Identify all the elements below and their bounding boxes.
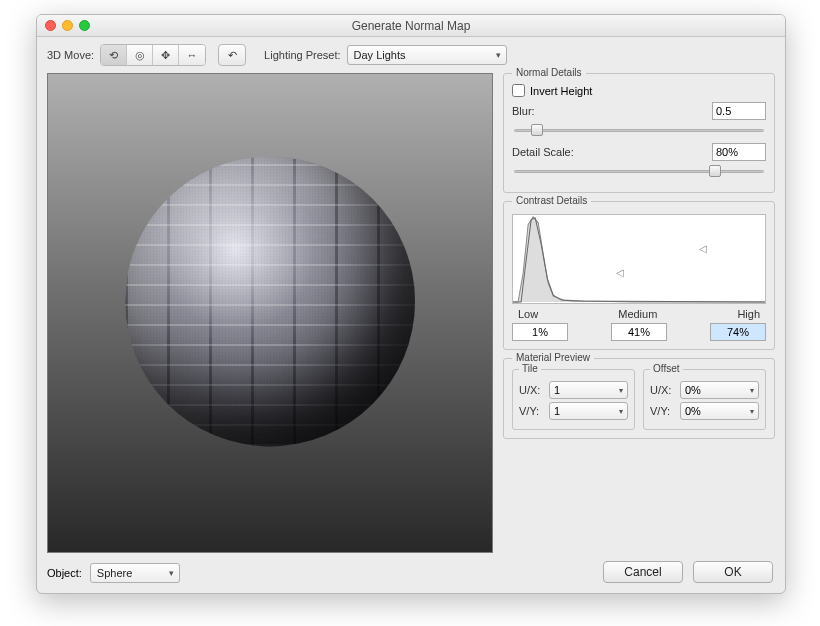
offset-vy-label: V/Y: <box>650 405 676 417</box>
blur-input[interactable] <box>712 102 766 120</box>
tile-subgroup: Tile U/X: 1 V/Y: 1 <box>512 369 635 430</box>
offset-ux-label: U/X: <box>650 384 676 396</box>
lighting-preset-value: Day Lights <box>354 49 406 61</box>
lighting-preset-select[interactable]: Day Lights <box>347 45 507 65</box>
tile-ux-label: U/X: <box>519 384 545 396</box>
offset-subgroup: Offset U/X: 0% V/Y: 0% <box>643 369 766 430</box>
window-title: Generate Normal Map <box>37 19 785 33</box>
object-value: Sphere <box>97 567 132 579</box>
slider-track <box>514 129 764 132</box>
reset-button[interactable]: ↶ <box>218 44 246 66</box>
contrast-high-input[interactable] <box>710 323 766 341</box>
tile-vy-value: 1 <box>554 405 560 417</box>
object-label: Object: <box>47 567 82 579</box>
dialog-footer: Cancel OK <box>603 561 773 583</box>
contrast-low-input[interactable] <box>512 323 568 341</box>
tool-roll-button[interactable]: ◎ <box>127 45 153 65</box>
invert-height-label: Invert Height <box>530 85 592 97</box>
normal-details-group: Normal Details Invert Height Blur: Detai… <box>503 73 775 193</box>
marker-medium-icon[interactable]: ◁ <box>616 267 624 278</box>
roll-icon: ◎ <box>135 49 145 62</box>
detail-scale-slider[interactable] <box>512 164 766 178</box>
histogram[interactable]: ◁ ◁ <box>512 214 766 304</box>
object-row: Object: Sphere <box>47 563 493 583</box>
slide-icon: ↔ <box>187 49 198 61</box>
slider-track <box>514 170 764 173</box>
slider-thumb[interactable] <box>709 165 721 177</box>
high-label: High <box>737 308 760 320</box>
blur-slider[interactable] <box>512 123 766 137</box>
marker-high-icon[interactable]: ◁ <box>699 243 707 254</box>
normal-details-title: Normal Details <box>512 67 586 78</box>
offset-ux-select[interactable]: 0% <box>680 381 759 399</box>
detail-scale-label: Detail Scale: <box>512 146 574 158</box>
pan-icon: ✥ <box>161 49 170 62</box>
left-pane: Object: Sphere <box>47 73 493 583</box>
object-select[interactable]: Sphere <box>90 563 180 583</box>
tool-slide-button[interactable]: ↔ <box>179 45 205 65</box>
lighting-label: Lighting Preset: <box>264 49 340 61</box>
toolbar: 3D Move: ⟲ ◎ ✥ ↔ ↶ Lighting Preset: Day … <box>37 37 785 73</box>
tool-pan-button[interactable]: ✥ <box>153 45 179 65</box>
ok-button[interactable]: OK <box>693 561 773 583</box>
contrast-medium-input[interactable] <box>611 323 667 341</box>
offset-ux-value: 0% <box>685 384 701 396</box>
slider-thumb[interactable] <box>531 124 543 136</box>
blur-label: Blur: <box>512 105 535 117</box>
tool-orbit-button[interactable]: ⟲ <box>101 45 127 65</box>
undo-icon: ↶ <box>228 49 237 62</box>
tile-vy-select[interactable]: 1 <box>549 402 628 420</box>
offset-vy-select[interactable]: 0% <box>680 402 759 420</box>
offset-title: Offset <box>650 363 683 374</box>
dialog-window: Generate Normal Map 3D Move: ⟲ ◎ ✥ ↔ ↶ L… <box>36 14 786 594</box>
tile-vy-label: V/Y: <box>519 405 545 417</box>
offset-vy-value: 0% <box>685 405 701 417</box>
cancel-button[interactable]: Cancel <box>603 561 683 583</box>
3d-move-segmented: ⟲ ◎ ✥ ↔ <box>100 44 206 66</box>
tile-ux-value: 1 <box>554 384 560 396</box>
right-pane: Normal Details Invert Height Blur: Detai… <box>503 73 775 583</box>
move-label: 3D Move: <box>47 49 94 61</box>
detail-scale-input[interactable] <box>712 143 766 161</box>
tile-title: Tile <box>519 363 541 374</box>
contrast-details-group: Contrast Details ◁ ◁ Low Medium High <box>503 201 775 350</box>
preview-viewport[interactable] <box>47 73 493 553</box>
orbit-icon: ⟲ <box>109 49 118 62</box>
invert-height-input[interactable] <box>512 84 525 97</box>
medium-label: Medium <box>618 308 657 320</box>
invert-height-checkbox[interactable]: Invert Height <box>512 84 766 97</box>
title-bar: Generate Normal Map <box>37 15 785 37</box>
tile-ux-select[interactable]: 1 <box>549 381 628 399</box>
low-label: Low <box>518 308 538 320</box>
contrast-details-title: Contrast Details <box>512 195 591 206</box>
material-preview-group: Material Preview Tile U/X: 1 V/Y: 1 <box>503 358 775 439</box>
preview-sphere <box>125 156 415 446</box>
material-preview-title: Material Preview <box>512 352 594 363</box>
